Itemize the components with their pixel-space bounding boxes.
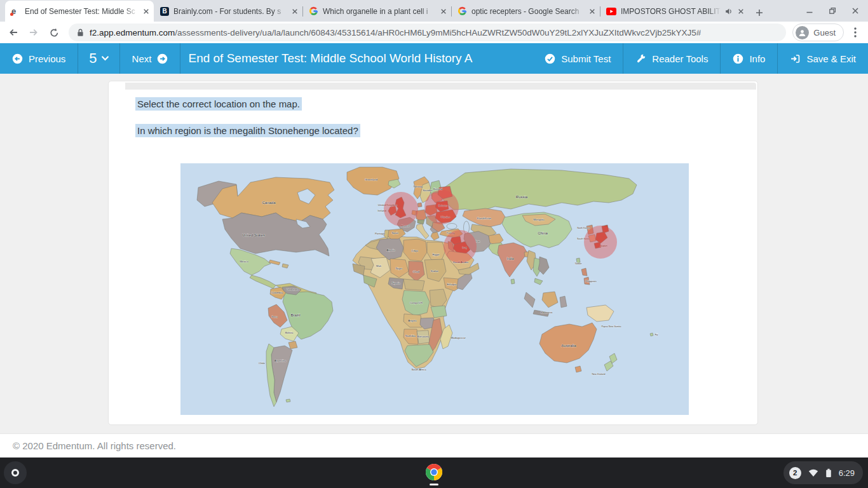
map-region [403,279,424,290]
tab[interactable]: optic recepters - Google Search [451,1,600,22]
tab-title: Which organelle in a plant cell i [323,7,435,16]
next-icon [157,53,168,64]
tab[interactable]: BBrainly.com - For students. By s [154,1,302,22]
tab-title: optic recepters - Google Search [471,7,584,16]
map-country-label: Bolivia [285,331,294,334]
next-button[interactable]: Next [120,43,180,74]
tab-audio-icon[interactable] [725,8,733,15]
test-title: End of Semester Test: Middle School Worl… [188,43,472,74]
tab-close-icon[interactable] [440,8,447,15]
close-window-button[interactable] [851,7,859,15]
new-tab-button[interactable] [755,8,764,17]
reload-button[interactable] [46,24,62,41]
map-country-label: Fiji [655,334,658,336]
map-country-label: Egypt [433,253,440,256]
map-country-label: Madagascar [451,336,466,339]
map-country-label: Iran [475,240,480,243]
map-country-label: Spain [392,231,400,234]
tab[interactable]: eEnd of Semester Test: Middle Sc [5,1,154,22]
map-country-label: Mali [376,264,381,268]
tab-title: Brainly.com - For students. By s [173,7,287,16]
restore-button[interactable] [829,7,836,15]
save-exit-button[interactable]: Save & Exit [778,43,868,74]
map-country-label: Algeria [386,248,395,252]
map-country-label: Namibia [405,334,416,337]
hotspot-middle-east[interactable] [444,230,477,263]
tab-close-icon[interactable] [142,8,150,15]
world-map[interactable]: CanadaUnited StatesMexicoGreenlandBrazil… [180,163,689,415]
reader-tools-label: Reader Tools [652,53,708,64]
toolbar-actions: Submit Test Reader Tools Info Save & Exi… [532,43,868,74]
info-icon [733,53,743,64]
url-bar[interactable]: f2.app.edmentum.com/assessments-delivery… [69,24,786,41]
map-country-label: Congo DR [410,301,423,304]
tab-close-icon[interactable] [737,8,745,15]
forward-button[interactable] [25,24,42,41]
info-label: Info [749,53,765,64]
question-card: Select the correct location on the map. … [108,81,758,425]
map-country-label: Brazil [290,313,300,317]
lock-icon [77,29,84,37]
url-domain: f2.app.edmentum.com [90,28,175,37]
map-country-label: Mexico [240,260,248,263]
chevron-down-icon [102,56,109,61]
question-number-dropdown[interactable]: 5 [78,43,119,74]
map-country-label: Australia [561,344,576,348]
save-exit-icon [790,53,801,64]
page-footer: © 2020 Edmentum. All rights reserved. [0,433,868,458]
chrome-shelf-icon[interactable] [425,463,443,484]
back-button[interactable] [5,24,22,41]
previous-button[interactable]: Previous [0,43,78,74]
world-map-question[interactable]: CanadaUnited StatesMexicoGreenlandBrazil… [180,163,689,415]
submit-test-button[interactable]: Submit Test [532,43,623,74]
google-favicon [458,6,467,16]
tab[interactable]: IMPOSTORS GHOST ABILITY [600,1,749,22]
map-country-label: Botswana [417,335,430,338]
submit-test-label: Submit Test [561,53,611,64]
notification-badge: 2 [789,467,801,479]
profile-button[interactable]: Guest [792,24,844,41]
reader-tools-button[interactable]: Reader Tools [623,43,720,74]
map-country-label: Canada [262,201,276,205]
tab-close-icon[interactable] [291,8,299,15]
hotspot-japan[interactable] [584,226,617,259]
map-country-label: Chad [413,270,420,273]
brainly-favicon: B [160,7,169,16]
map-country-label: South Africa [411,368,426,371]
map-region [286,399,290,402]
url-path: /assessments-delivery/ua/la/launch/60843… [175,28,701,37]
tab-title: End of Semester Test: Middle Sc [25,7,138,16]
card-header-strip [125,83,756,90]
wifi-icon [808,468,818,477]
browser-menu-button[interactable] [848,24,863,41]
map-country-label: Mongolia [533,218,545,221]
map-country-label: Niger [396,267,403,270]
check-circle-icon [545,53,555,64]
hotspot-eastern-europe[interactable] [424,190,459,224]
tab[interactable]: Which organelle in a plant cell i [302,1,451,22]
launcher-button[interactable] [4,461,27,484]
map-country-label: United States [242,233,265,237]
map-region [650,333,653,336]
map-country-label: Venezuela [287,288,300,291]
map-country-label: North Korea [577,227,589,229]
minimize-button[interactable] [806,7,813,15]
toolbar-divider [180,43,180,74]
profile-label: Guest [813,28,836,37]
map-country-label: Libya [412,249,419,252]
window-controls [806,0,868,22]
map-region [575,366,581,372]
youtube-favicon [606,8,616,15]
hotspot-united-kingdom[interactable] [384,192,418,226]
next-label: Next [132,53,152,64]
map-country-label: Sweden [423,189,433,192]
map-country-label: India [507,257,514,261]
info-button[interactable]: Info [721,43,777,74]
assessment-toolbar: Previous 5 Next End of Semester Test: Mi… [0,43,868,74]
clock: 6:29 [839,468,855,478]
map-country-label: Kazakhstan [477,217,492,220]
tab-close-icon[interactable] [588,8,596,15]
url-text: f2.app.edmentum.com/assessments-delivery… [90,28,701,37]
system-tray[interactable]: 2 6:29 [783,461,863,484]
map-region [511,279,515,284]
